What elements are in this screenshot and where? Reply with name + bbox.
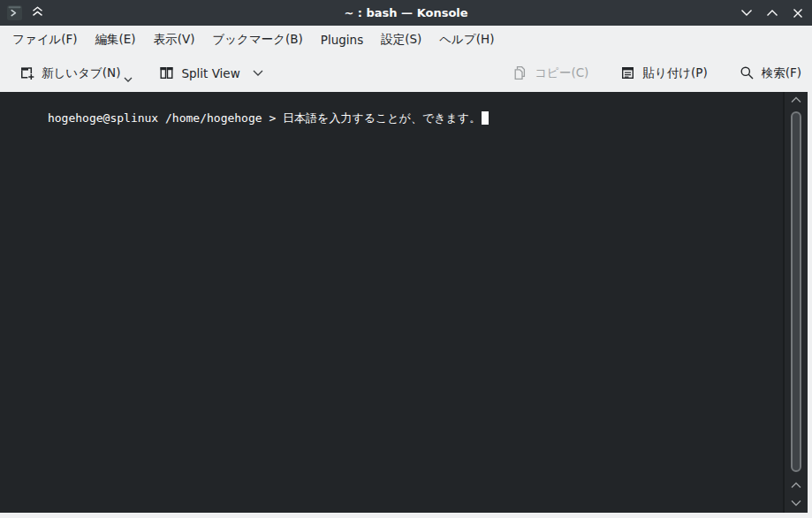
scrollbar-thumb[interactable] [791, 111, 801, 472]
paste-label: 貼り付け(P) [642, 65, 707, 81]
keep-above-icon[interactable] [31, 4, 44, 21]
search-label: 検索(F) [762, 65, 801, 81]
titlebar: ~ : bash — Konsole [0, 0, 812, 26]
menu-help[interactable]: ヘルプ(H) [430, 27, 503, 52]
toolbar-right-group: コピー(C) 貼り付け(P) 検索(F) [512, 65, 801, 81]
paste-button[interactable]: 貼り付け(P) [620, 65, 707, 81]
copy-button[interactable]: コピー(C) [512, 65, 588, 81]
copy-label: コピー(C) [535, 65, 588, 81]
titlebar-left [7, 4, 44, 21]
search-button[interactable]: 検索(F) [740, 65, 801, 81]
maximize-icon[interactable] [765, 6, 779, 20]
scroll-up-icon[interactable] [791, 96, 802, 103]
menu-settings[interactable]: 設定(S) [372, 27, 430, 52]
split-view-label: Split View [181, 66, 239, 80]
menu-edit[interactable]: 編集(E) [87, 27, 145, 52]
menu-file[interactable]: ファイル(F) [4, 27, 87, 52]
window-title: ~ : bash — Konsole [0, 0, 812, 26]
search-icon [740, 65, 755, 80]
terminal-wrap: hogehoge@splinux /home/hogehoge > 日本語を入力… [0, 92, 808, 513]
copy-icon [512, 65, 527, 80]
window-controls [740, 6, 805, 20]
paste-icon [620, 65, 635, 80]
terminal-prompt: hogehoge@splinux /home/hogehoge > [48, 111, 283, 125]
menu-view[interactable]: 表示(V) [145, 27, 204, 52]
terminal-cursor [482, 111, 489, 125]
menu-plugins[interactable]: Plugins [312, 28, 372, 51]
close-icon[interactable] [791, 6, 805, 20]
terminal-view[interactable]: hogehoge@splinux /home/hogehoge > 日本語を入力… [0, 92, 783, 513]
menu-bookmarks[interactable]: ブックマーク(B) [203, 27, 311, 52]
scroll-down-icon[interactable] [791, 499, 802, 507]
scroll-up-bottom-icon[interactable] [791, 482, 802, 489]
menubar: ファイル(F) 編集(E) 表示(V) ブックマーク(B) Plugins 設定… [0, 26, 812, 54]
terminal-typed-text: 日本語を入力することが、できます。 [283, 111, 481, 125]
toolbar-left-group: 新しいタブ(N) Split View [19, 65, 263, 81]
toolbar: 新しいタブ(N) Split View [0, 54, 812, 92]
split-view-icon [159, 65, 174, 80]
new-tab-icon [19, 65, 34, 80]
terminal-scrollbar[interactable] [783, 92, 808, 513]
new-tab-dropdown-icon [124, 71, 133, 85]
new-tab-button[interactable]: 新しいタブ(N) [19, 65, 133, 81]
split-view-button[interactable]: Split View [159, 65, 262, 80]
window-content: hogehoge@splinux /home/hogehoge > 日本語を入力… [0, 92, 812, 518]
split-view-dropdown-icon [253, 70, 263, 76]
new-tab-label: 新しいタブ(N) [42, 65, 120, 81]
minimize-icon[interactable] [740, 6, 754, 20]
konsole-app-icon[interactable] [7, 5, 22, 20]
